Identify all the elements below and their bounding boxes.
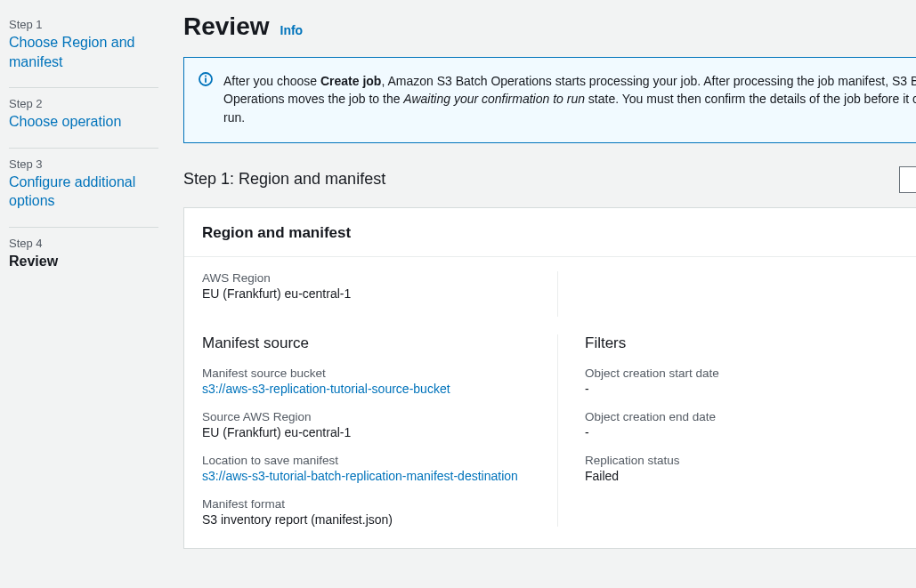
step-number-label: Step 2 <box>9 97 158 110</box>
manifest-format-value: S3 inventory report (manifest.json) <box>202 512 543 527</box>
creation-end-date-value: - <box>585 425 916 439</box>
location-to-save-link[interactable]: s3://aws-s3-tutorial-batch-replication-m… <box>202 469 543 483</box>
replication-status-label: Replication status <box>585 454 916 467</box>
svg-rect-2 <box>205 78 207 83</box>
region-manifest-card: Region and manifest AWS Region EU (Frank… <box>183 207 916 549</box>
creation-end-date-label: Object creation end date <box>585 410 916 423</box>
alert-text-segment: After you choose <box>223 74 320 88</box>
manifest-format-label: Manifest format <box>202 497 543 511</box>
info-icon <box>199 72 213 86</box>
step-number-label: Step 4 <box>9 237 158 250</box>
creation-start-date-label: Object creation start date <box>585 366 916 380</box>
alert-text-italic: Awaiting your confirmation to run <box>403 92 585 106</box>
aws-region-label: AWS Region <box>202 271 557 285</box>
step-number-label: Step 3 <box>9 157 158 171</box>
filters-heading: Filters <box>585 334 916 352</box>
step-title-link: Review <box>9 252 158 271</box>
step-title-link[interactable]: Choose Region and manifest <box>9 33 158 71</box>
step-title-link[interactable]: Configure additional options <box>9 173 158 211</box>
step-nav-item-operation[interactable]: Step 2 Choose operation <box>9 88 158 149</box>
aws-region-value: EU (Frankfurt) eu-central-1 <box>202 286 557 301</box>
step-nav-item-region-manifest[interactable]: Step 1 Choose Region and manifest <box>9 9 158 88</box>
alert-text-bold: Create job <box>320 74 381 88</box>
main-content: Review Info After you choose Create job,… <box>158 9 916 549</box>
location-to-save-label: Location to save manifest <box>202 454 543 467</box>
step-nav-item-review[interactable]: Step 4 Review <box>9 228 158 287</box>
manifest-source-bucket-label: Manifest source bucket <box>202 366 543 380</box>
source-region-label: Source AWS Region <box>202 410 543 423</box>
filters-column: Filters Object creation start date - Obj… <box>585 334 916 527</box>
wizard-step-nav: Step 1 Choose Region and manifest Step 2… <box>9 9 158 549</box>
step-number-label: Step 1 <box>9 18 158 31</box>
manifest-source-column: Manifest source Manifest source bucket s… <box>202 334 558 527</box>
section-heading-step1: Step 1: Region and manifest <box>183 170 385 189</box>
creation-start-date-value: - <box>585 382 916 396</box>
step-title-link[interactable]: Choose operation <box>9 112 158 132</box>
page-title: Review <box>183 12 270 41</box>
manifest-source-heading: Manifest source <box>202 334 543 352</box>
card-header: Region and manifest <box>184 208 916 257</box>
source-region-value: EU (Frankfurt) eu-central-1 <box>202 425 543 439</box>
edit-button[interactable]: Edit <box>899 166 916 193</box>
info-link[interactable]: Info <box>280 23 304 37</box>
step-nav-item-additional-options[interactable]: Step 3 Configure additional options <box>9 149 158 228</box>
replication-status-value: Failed <box>585 469 916 483</box>
svg-point-1 <box>205 76 207 77</box>
info-alert: After you choose Create job, Amazon S3 B… <box>183 57 916 143</box>
manifest-source-bucket-link[interactable]: s3://aws-s3-replication-tutorial-source-… <box>202 382 543 396</box>
